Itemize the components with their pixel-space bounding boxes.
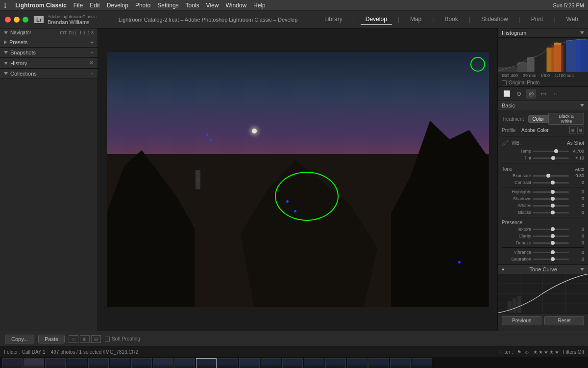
filmstrip-strip[interactable] <box>0 357 588 368</box>
tab-slideshow[interactable]: Slideshow <box>476 14 513 25</box>
menu-help[interactable]: Help <box>253 2 266 9</box>
filmstrip-thumb-2[interactable] <box>24 358 44 368</box>
color-treatment-button[interactable]: Color <box>528 115 549 123</box>
filmstrip-thumb-17[interactable] <box>347 358 368 368</box>
bw-treatment-button[interactable]: Black & White <box>548 113 584 125</box>
contrast-slider[interactable] <box>533 182 569 184</box>
adjustment-brush-tool[interactable]: — <box>563 89 573 99</box>
filmstrip-thumb-14[interactable] <box>282 358 303 368</box>
filmstrip-thumb-8[interactable] <box>153 358 173 368</box>
clarity-slider-thumb[interactable] <box>551 234 555 238</box>
filmstrip-thumb-20[interactable] <box>412 358 432 368</box>
single-view-icon[interactable]: ▭ <box>69 335 78 343</box>
whites-slider[interactable] <box>533 205 569 207</box>
wb-value[interactable]: As Shot <box>567 140 584 146</box>
tab-library[interactable]: Library <box>319 14 347 25</box>
basic-section-title[interactable]: Basic <box>498 101 588 110</box>
apple-menu[interactable]:  <box>4 1 6 9</box>
menu-window[interactable]: Window <box>225 2 246 9</box>
module-nav[interactable]: Library | Develop | Map | Book | Slidesh… <box>319 14 583 25</box>
filter-icon-2[interactable]: ◇ <box>525 349 529 355</box>
crop-tool[interactable]: ⬜ <box>502 89 512 99</box>
profile-grid-icons[interactable]: ⊞ ⊟ <box>569 127 584 133</box>
filter-icon-1[interactable]: ⚑ <box>517 349 521 355</box>
filmstrip-thumb-7[interactable] <box>131 358 152 368</box>
tone-auto-button[interactable]: Auto <box>575 167 584 172</box>
fill-btn[interactable]: FILL <box>69 30 77 35</box>
snapshots-header[interactable]: Snapshots + <box>0 48 98 57</box>
app-name[interactable]: Lightroom Classic <box>15 2 67 9</box>
copy-button[interactable]: Copy... <box>5 335 34 343</box>
grid-view-icon[interactable]: ⊞ <box>80 335 90 343</box>
wb-eyedropper-icon[interactable]: 🖊 <box>502 139 509 147</box>
soft-proofing-checkbox[interactable] <box>105 337 110 342</box>
history-close-button[interactable]: ✕ <box>89 60 94 66</box>
filmstrip-thumb-12[interactable] <box>239 358 260 368</box>
temp-slider-thumb[interactable] <box>554 149 558 153</box>
left-panel-toggle[interactable]: ‹ <box>196 170 200 189</box>
star-3[interactable]: ★ <box>544 349 548 355</box>
dehaze-slider[interactable] <box>533 242 569 244</box>
menu-edit[interactable]: Edit <box>90 2 100 9</box>
filmstrip-thumb-16[interactable] <box>325 358 346 368</box>
filmstrip-thumb-4[interactable] <box>67 358 87 368</box>
highlights-slider[interactable] <box>533 191 569 193</box>
tab-print[interactable]: Print <box>526 14 548 25</box>
compare-view-icon[interactable]: ⊟ <box>91 335 101 343</box>
radial-filter-tool[interactable]: ○ <box>551 89 561 99</box>
menu-photo[interactable]: Photo <box>135 2 150 9</box>
profile-grid-icon-2[interactable]: ⊟ <box>577 127 584 133</box>
navigator-fit-buttons[interactable]: FIT FILL 1:1 1:3 <box>60 30 94 35</box>
exposure-slider-thumb[interactable] <box>546 174 550 178</box>
filmstrip-thumb-6[interactable] <box>110 358 130 368</box>
texture-slider-thumb[interactable] <box>551 227 555 231</box>
blacks-slider[interactable] <box>533 212 569 213</box>
tint-slider[interactable] <box>533 158 569 159</box>
filmstrip-thumb-10[interactable] <box>196 358 217 368</box>
blacks-slider-thumb[interactable] <box>551 210 555 214</box>
presets-add-button[interactable]: + <box>91 39 94 45</box>
tab-develop[interactable]: Develop <box>361 14 392 25</box>
navigator-header[interactable]: Navigator FIT FILL 1:1 1:3 <box>0 28 98 37</box>
menu-settings[interactable]: Settings <box>157 2 178 9</box>
star-filter[interactable]: ★ ★ ★ ★ ★ <box>533 349 559 355</box>
filmstrip-thumb-5[interactable] <box>88 358 109 368</box>
tab-map[interactable]: Map <box>405 14 426 25</box>
star-2[interactable]: ★ <box>539 349 543 355</box>
star-5[interactable]: ★ <box>555 349 559 355</box>
menu-view[interactable]: View <box>206 2 219 9</box>
1to1-btn[interactable]: 1:1 <box>79 30 86 35</box>
collections-header[interactable]: Collections + <box>0 69 98 79</box>
red-eye-tool[interactable]: ◎ <box>526 89 536 99</box>
menu-develop[interactable]: Develop <box>107 2 128 9</box>
filmstrip-thumb-19[interactable] <box>390 358 411 368</box>
previous-button[interactable]: Previous <box>502 316 541 325</box>
clarity-slider[interactable] <box>533 236 569 237</box>
maximize-button[interactable] <box>23 17 28 23</box>
shadows-slider[interactable] <box>533 198 569 200</box>
vibrance-slider[interactable] <box>533 252 569 253</box>
filmstrip-thumb-3[interactable] <box>45 358 66 368</box>
profile-value[interactable]: Adobe Color <box>521 128 569 133</box>
dehaze-slider-thumb[interactable] <box>551 241 555 245</box>
tab-web[interactable]: Web <box>562 14 583 25</box>
image-container[interactable]: ‹ <box>98 28 497 331</box>
vibrance-slider-thumb[interactable] <box>551 250 555 254</box>
spot-removal-tool[interactable]: ⊙ <box>514 89 524 99</box>
tint-slider-thumb[interactable] <box>551 156 555 160</box>
1to3-btn[interactable]: 1:3 <box>87 30 94 35</box>
texture-slider[interactable] <box>533 229 569 230</box>
reset-button[interactable]: Reset <box>544 316 584 325</box>
tone-curve-title[interactable]: ● Tone Curve <box>498 265 588 274</box>
filmstrip-thumb-9[interactable] <box>174 358 195 368</box>
filmstrip-thumb-11[interactable] <box>218 358 238 368</box>
original-photo-checkbox[interactable] <box>502 80 507 85</box>
whites-slider-thumb[interactable] <box>551 204 555 208</box>
snapshots-add-button[interactable]: + <box>91 50 94 55</box>
saturation-slider[interactable] <box>533 259 569 260</box>
shadows-slider-thumb[interactable] <box>551 197 555 201</box>
original-photo-row[interactable]: Original Photo <box>498 79 588 86</box>
temp-slider[interactable] <box>533 151 569 152</box>
histogram-title[interactable]: Histogram <box>498 28 588 38</box>
filmstrip-thumb-1[interactable] <box>2 358 23 368</box>
